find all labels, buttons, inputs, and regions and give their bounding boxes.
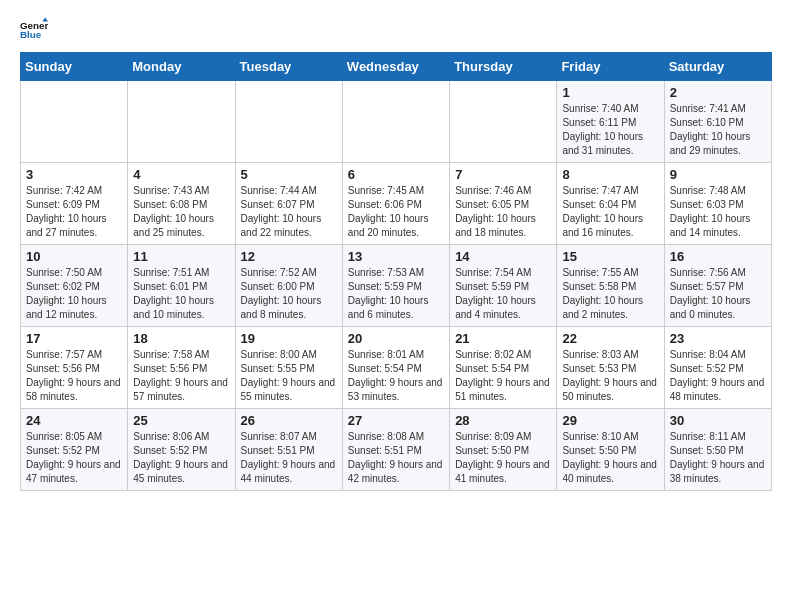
calendar-cell: 30Sunrise: 8:11 AM Sunset: 5:50 PM Dayli…: [664, 409, 771, 491]
day-number: 29: [562, 413, 658, 428]
calendar-cell: 20Sunrise: 8:01 AM Sunset: 5:54 PM Dayli…: [342, 327, 449, 409]
calendar-week-2: 3Sunrise: 7:42 AM Sunset: 6:09 PM Daylig…: [21, 163, 772, 245]
calendar-cell: [450, 81, 557, 163]
day-number: 21: [455, 331, 551, 346]
calendar-cell: 28Sunrise: 8:09 AM Sunset: 5:50 PM Dayli…: [450, 409, 557, 491]
day-info: Sunrise: 7:52 AM Sunset: 6:00 PM Dayligh…: [241, 266, 337, 322]
day-info: Sunrise: 7:45 AM Sunset: 6:06 PM Dayligh…: [348, 184, 444, 240]
calendar-cell: 21Sunrise: 8:02 AM Sunset: 5:54 PM Dayli…: [450, 327, 557, 409]
day-number: 6: [348, 167, 444, 182]
svg-text:Blue: Blue: [20, 29, 42, 40]
calendar-header-row: SundayMondayTuesdayWednesdayThursdayFrid…: [21, 53, 772, 81]
day-info: Sunrise: 7:50 AM Sunset: 6:02 PM Dayligh…: [26, 266, 122, 322]
day-info: Sunrise: 7:46 AM Sunset: 6:05 PM Dayligh…: [455, 184, 551, 240]
day-number: 12: [241, 249, 337, 264]
day-info: Sunrise: 8:04 AM Sunset: 5:52 PM Dayligh…: [670, 348, 766, 404]
day-info: Sunrise: 8:05 AM Sunset: 5:52 PM Dayligh…: [26, 430, 122, 486]
day-number: 27: [348, 413, 444, 428]
day-info: Sunrise: 7:58 AM Sunset: 5:56 PM Dayligh…: [133, 348, 229, 404]
calendar-body: 1Sunrise: 7:40 AM Sunset: 6:11 PM Daylig…: [21, 81, 772, 491]
calendar-cell: 4Sunrise: 7:43 AM Sunset: 6:08 PM Daylig…: [128, 163, 235, 245]
day-number: 28: [455, 413, 551, 428]
day-header-wednesday: Wednesday: [342, 53, 449, 81]
calendar-week-3: 10Sunrise: 7:50 AM Sunset: 6:02 PM Dayli…: [21, 245, 772, 327]
day-info: Sunrise: 7:53 AM Sunset: 5:59 PM Dayligh…: [348, 266, 444, 322]
day-number: 26: [241, 413, 337, 428]
day-number: 16: [670, 249, 766, 264]
day-info: Sunrise: 7:48 AM Sunset: 6:03 PM Dayligh…: [670, 184, 766, 240]
day-header-friday: Friday: [557, 53, 664, 81]
day-number: 22: [562, 331, 658, 346]
calendar-cell: 26Sunrise: 8:07 AM Sunset: 5:51 PM Dayli…: [235, 409, 342, 491]
calendar-cell: 29Sunrise: 8:10 AM Sunset: 5:50 PM Dayli…: [557, 409, 664, 491]
calendar-cell: 3Sunrise: 7:42 AM Sunset: 6:09 PM Daylig…: [21, 163, 128, 245]
day-number: 11: [133, 249, 229, 264]
calendar-cell: [21, 81, 128, 163]
calendar-cell: 17Sunrise: 7:57 AM Sunset: 5:56 PM Dayli…: [21, 327, 128, 409]
day-number: 17: [26, 331, 122, 346]
day-info: Sunrise: 8:06 AM Sunset: 5:52 PM Dayligh…: [133, 430, 229, 486]
day-number: 13: [348, 249, 444, 264]
calendar-cell: 2Sunrise: 7:41 AM Sunset: 6:10 PM Daylig…: [664, 81, 771, 163]
calendar-cell: 19Sunrise: 8:00 AM Sunset: 5:55 PM Dayli…: [235, 327, 342, 409]
day-number: 7: [455, 167, 551, 182]
calendar-cell: 11Sunrise: 7:51 AM Sunset: 6:01 PM Dayli…: [128, 245, 235, 327]
calendar-cell: 22Sunrise: 8:03 AM Sunset: 5:53 PM Dayli…: [557, 327, 664, 409]
calendar-cell: 1Sunrise: 7:40 AM Sunset: 6:11 PM Daylig…: [557, 81, 664, 163]
day-header-tuesday: Tuesday: [235, 53, 342, 81]
header: General Blue: [20, 16, 772, 44]
calendar-cell: [235, 81, 342, 163]
calendar-week-5: 24Sunrise: 8:05 AM Sunset: 5:52 PM Dayli…: [21, 409, 772, 491]
day-info: Sunrise: 8:01 AM Sunset: 5:54 PM Dayligh…: [348, 348, 444, 404]
day-header-saturday: Saturday: [664, 53, 771, 81]
day-number: 23: [670, 331, 766, 346]
day-number: 19: [241, 331, 337, 346]
day-number: 8: [562, 167, 658, 182]
calendar-cell: 25Sunrise: 8:06 AM Sunset: 5:52 PM Dayli…: [128, 409, 235, 491]
calendar-cell: [342, 81, 449, 163]
day-info: Sunrise: 7:51 AM Sunset: 6:01 PM Dayligh…: [133, 266, 229, 322]
calendar-cell: 24Sunrise: 8:05 AM Sunset: 5:52 PM Dayli…: [21, 409, 128, 491]
day-number: 2: [670, 85, 766, 100]
calendar-cell: 14Sunrise: 7:54 AM Sunset: 5:59 PM Dayli…: [450, 245, 557, 327]
day-info: Sunrise: 8:07 AM Sunset: 5:51 PM Dayligh…: [241, 430, 337, 486]
calendar-cell: 27Sunrise: 8:08 AM Sunset: 5:51 PM Dayli…: [342, 409, 449, 491]
calendar-cell: 8Sunrise: 7:47 AM Sunset: 6:04 PM Daylig…: [557, 163, 664, 245]
day-number: 30: [670, 413, 766, 428]
calendar-cell: 5Sunrise: 7:44 AM Sunset: 6:07 PM Daylig…: [235, 163, 342, 245]
calendar-cell: 7Sunrise: 7:46 AM Sunset: 6:05 PM Daylig…: [450, 163, 557, 245]
calendar-cell: 9Sunrise: 7:48 AM Sunset: 6:03 PM Daylig…: [664, 163, 771, 245]
calendar-cell: 23Sunrise: 8:04 AM Sunset: 5:52 PM Dayli…: [664, 327, 771, 409]
day-number: 20: [348, 331, 444, 346]
day-header-monday: Monday: [128, 53, 235, 81]
day-number: 5: [241, 167, 337, 182]
calendar: SundayMondayTuesdayWednesdayThursdayFrid…: [20, 52, 772, 491]
day-number: 1: [562, 85, 658, 100]
day-header-sunday: Sunday: [21, 53, 128, 81]
day-number: 24: [26, 413, 122, 428]
logo-icon: General Blue: [20, 16, 48, 44]
day-number: 3: [26, 167, 122, 182]
day-info: Sunrise: 7:55 AM Sunset: 5:58 PM Dayligh…: [562, 266, 658, 322]
day-info: Sunrise: 7:54 AM Sunset: 5:59 PM Dayligh…: [455, 266, 551, 322]
calendar-week-4: 17Sunrise: 7:57 AM Sunset: 5:56 PM Dayli…: [21, 327, 772, 409]
day-info: Sunrise: 8:03 AM Sunset: 5:53 PM Dayligh…: [562, 348, 658, 404]
day-info: Sunrise: 8:00 AM Sunset: 5:55 PM Dayligh…: [241, 348, 337, 404]
calendar-cell: 6Sunrise: 7:45 AM Sunset: 6:06 PM Daylig…: [342, 163, 449, 245]
day-number: 15: [562, 249, 658, 264]
day-info: Sunrise: 8:02 AM Sunset: 5:54 PM Dayligh…: [455, 348, 551, 404]
page: General Blue SundayMondayTuesdayWednesda…: [0, 0, 792, 511]
calendar-cell: 10Sunrise: 7:50 AM Sunset: 6:02 PM Dayli…: [21, 245, 128, 327]
day-info: Sunrise: 7:42 AM Sunset: 6:09 PM Dayligh…: [26, 184, 122, 240]
day-info: Sunrise: 7:41 AM Sunset: 6:10 PM Dayligh…: [670, 102, 766, 158]
day-number: 4: [133, 167, 229, 182]
calendar-cell: [128, 81, 235, 163]
day-number: 18: [133, 331, 229, 346]
calendar-cell: 16Sunrise: 7:56 AM Sunset: 5:57 PM Dayli…: [664, 245, 771, 327]
day-header-thursday: Thursday: [450, 53, 557, 81]
calendar-week-1: 1Sunrise: 7:40 AM Sunset: 6:11 PM Daylig…: [21, 81, 772, 163]
day-info: Sunrise: 8:11 AM Sunset: 5:50 PM Dayligh…: [670, 430, 766, 486]
calendar-cell: 13Sunrise: 7:53 AM Sunset: 5:59 PM Dayli…: [342, 245, 449, 327]
day-info: Sunrise: 8:10 AM Sunset: 5:50 PM Dayligh…: [562, 430, 658, 486]
day-info: Sunrise: 8:09 AM Sunset: 5:50 PM Dayligh…: [455, 430, 551, 486]
